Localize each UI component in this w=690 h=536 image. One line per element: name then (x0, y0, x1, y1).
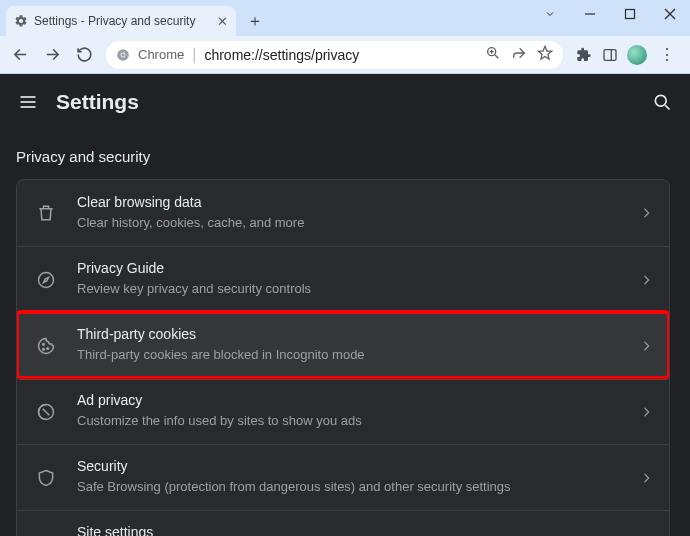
svg-marker-31 (645, 473, 650, 483)
close-icon[interactable]: ✕ (217, 15, 228, 28)
row-title: Security (77, 458, 623, 474)
chevron-right-icon (643, 271, 651, 289)
divider: | (192, 46, 196, 64)
address-bar[interactable]: Chrome | chrome://settings/privacy (106, 41, 563, 69)
chrome-icon (116, 48, 130, 62)
row-subtitle: Review key privacy and security controls (77, 280, 623, 299)
maximize-button[interactable] (610, 0, 650, 28)
svg-rect-1 (626, 10, 635, 19)
trash-icon (35, 202, 57, 224)
forward-button[interactable] (38, 41, 66, 69)
omnibox-chip: Chrome (138, 47, 184, 62)
reload-button[interactable] (70, 41, 98, 69)
row-clear-browsing-data[interactable]: Clear browsing data Clear history, cooki… (17, 180, 669, 246)
chevron-down-icon[interactable] (530, 0, 570, 28)
svg-marker-23 (44, 277, 49, 282)
app-title: Settings (56, 90, 139, 114)
chevron-right-icon (643, 204, 651, 222)
close-window-button[interactable] (650, 0, 690, 28)
row-title: Third-party cookies (77, 326, 623, 342)
compass-icon (35, 269, 57, 291)
row-title: Privacy Guide (77, 260, 623, 276)
shield-icon (35, 467, 57, 489)
window-controls (530, 0, 690, 36)
page-content: Settings Privacy and security Clear brow… (0, 74, 690, 536)
svg-rect-14 (604, 49, 616, 60)
browser-tab[interactable]: Settings - Privacy and security ✕ (6, 6, 236, 36)
tab-title: Settings - Privacy and security (34, 14, 211, 28)
svg-line-10 (495, 55, 498, 58)
row-subtitle: Clear history, cookies, cache, and more (77, 214, 623, 233)
section-title: Privacy and security (0, 130, 686, 179)
row-privacy-guide[interactable]: Privacy Guide Review key privacy and sec… (17, 246, 669, 312)
kebab-menu-icon[interactable]: ⋮ (655, 45, 680, 64)
extensions-icon[interactable] (575, 46, 593, 64)
back-button[interactable] (6, 41, 34, 69)
settings-scroll[interactable]: Privacy and security Clear browsing data… (0, 130, 690, 536)
new-tab-button[interactable]: ＋ (242, 8, 268, 34)
svg-marker-21 (645, 208, 650, 218)
svg-marker-28 (645, 341, 650, 351)
row-subtitle: Safe Browsing (protection from dangerous… (77, 478, 623, 497)
row-site-settings[interactable]: Site settings Controls what information … (17, 510, 669, 536)
hamburger-icon[interactable] (16, 90, 40, 114)
side-panel-icon[interactable] (601, 46, 619, 64)
profile-avatar[interactable] (627, 45, 647, 65)
settings-appbar: Settings (0, 74, 690, 130)
svg-point-27 (43, 348, 45, 350)
gear-icon (14, 14, 28, 28)
sliders-icon (35, 533, 57, 537)
row-title: Ad privacy (77, 392, 623, 408)
svg-marker-13 (538, 46, 551, 59)
search-icon[interactable] (650, 90, 674, 114)
cookie-icon (35, 335, 57, 357)
privacy-card: Clear browsing data Clear history, cooki… (16, 179, 670, 536)
svg-point-22 (39, 272, 54, 287)
row-subtitle: Third-party cookies are blocked in Incog… (77, 346, 623, 365)
zoom-icon[interactable] (485, 45, 501, 65)
row-third-party-cookies[interactable]: Third-party cookies Third-party cookies … (17, 312, 669, 378)
svg-marker-24 (645, 275, 650, 285)
row-security[interactable]: Security Safe Browsing (protection from … (17, 444, 669, 510)
share-icon[interactable] (511, 45, 527, 65)
ad-icon (35, 401, 57, 423)
browser-toolbar: Chrome | chrome://settings/privacy ⋮ (0, 36, 690, 74)
bookmark-icon[interactable] (537, 45, 553, 65)
svg-point-19 (655, 95, 666, 106)
svg-point-26 (47, 347, 49, 349)
chevron-right-icon (643, 469, 651, 487)
chevron-right-icon (643, 403, 651, 421)
svg-line-20 (665, 105, 669, 109)
svg-point-25 (43, 343, 45, 345)
window-titlebar: Settings - Privacy and security ✕ ＋ (0, 0, 690, 36)
minimize-button[interactable] (570, 0, 610, 28)
chevron-right-icon (643, 337, 651, 355)
row-ad-privacy[interactable]: Ad privacy Customize the info used by si… (17, 378, 669, 444)
svg-point-8 (121, 53, 125, 57)
row-title: Site settings (77, 524, 623, 536)
row-title: Clear browsing data (77, 194, 623, 210)
omnibox-url: chrome://settings/privacy (204, 47, 477, 63)
svg-marker-30 (645, 407, 650, 417)
row-subtitle: Customize the info used by sites to show… (77, 412, 623, 431)
